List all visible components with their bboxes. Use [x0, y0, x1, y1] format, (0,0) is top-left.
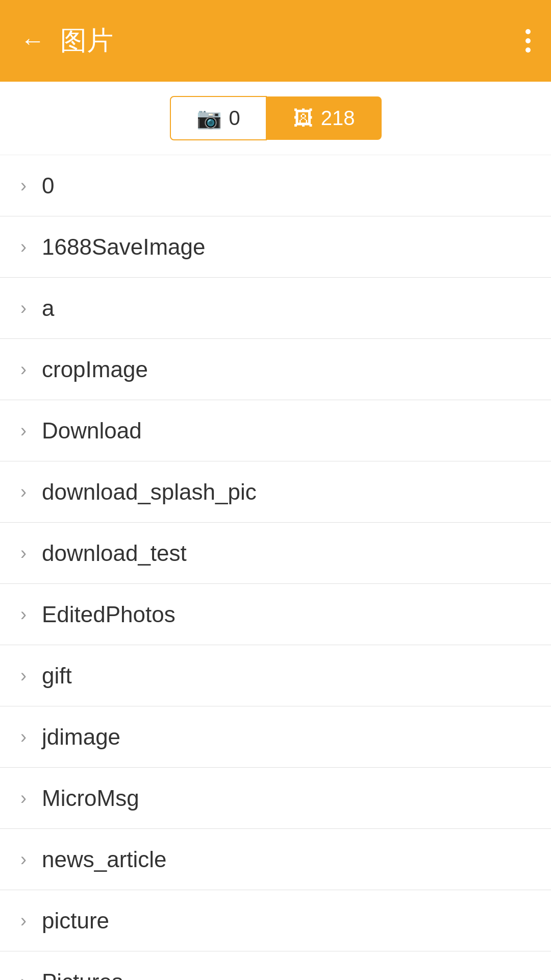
list-item[interactable]: ›Pictures: [0, 951, 551, 980]
chevron-right-icon: ›: [20, 910, 27, 932]
chevron-right-icon: ›: [20, 298, 27, 319]
list-item[interactable]: ›EditedPhotos: [0, 584, 551, 645]
back-button[interactable]: ←: [20, 29, 45, 53]
folder-list: ›0›1688SaveImage›a›cropImage›Download›do…: [0, 155, 551, 980]
folder-name: Download: [42, 418, 142, 444]
list-item[interactable]: ›download_splash_pic: [0, 461, 551, 523]
folder-name: download_splash_pic: [42, 479, 257, 505]
list-item[interactable]: ›Download: [0, 400, 551, 461]
folder-name: download_test: [42, 541, 187, 566]
chevron-right-icon: ›: [20, 543, 27, 564]
list-item[interactable]: ›gift: [0, 645, 551, 706]
chevron-right-icon: ›: [20, 971, 27, 981]
chevron-right-icon: ›: [20, 849, 27, 870]
folder-name: news_article: [42, 847, 167, 872]
folder-name: Pictures: [42, 969, 123, 981]
list-item[interactable]: ›download_test: [0, 523, 551, 584]
list-item[interactable]: ›0: [0, 155, 551, 216]
gallery-icon: 🖼: [293, 107, 314, 130]
chevron-right-icon: ›: [20, 604, 27, 625]
app-header: ← 图片: [0, 0, 551, 82]
list-item[interactable]: ›news_article: [0, 829, 551, 890]
list-item[interactable]: ›picture: [0, 890, 551, 951]
camera-count: 0: [229, 107, 240, 130]
chevron-right-icon: ›: [20, 175, 27, 197]
folder-name: picture: [42, 908, 109, 934]
tab-camera[interactable]: 📷 0: [170, 96, 267, 140]
chevron-right-icon: ›: [20, 481, 27, 503]
list-item[interactable]: ›MicroMsg: [0, 768, 551, 829]
tab-gallery[interactable]: 🖼 218: [267, 96, 382, 140]
page-title: 图片: [60, 23, 525, 59]
chevron-right-icon: ›: [20, 236, 27, 258]
list-item[interactable]: ›1688SaveImage: [0, 216, 551, 278]
folder-name: 1688SaveImage: [42, 234, 205, 260]
chevron-right-icon: ›: [20, 788, 27, 809]
chevron-right-icon: ›: [20, 359, 27, 380]
chevron-right-icon: ›: [20, 420, 27, 442]
chevron-right-icon: ›: [20, 726, 27, 748]
list-item[interactable]: ›jdimage: [0, 706, 551, 768]
list-item[interactable]: ›a: [0, 278, 551, 339]
folder-name: cropImage: [42, 357, 148, 382]
chevron-right-icon: ›: [20, 665, 27, 687]
folder-name: MicroMsg: [42, 786, 139, 811]
list-item[interactable]: ›cropImage: [0, 339, 551, 400]
folder-name: 0: [42, 173, 54, 199]
folder-name: a: [42, 296, 54, 321]
overflow-menu-button[interactable]: [525, 29, 531, 53]
camera-icon: 📷: [196, 106, 222, 130]
folder-name: EditedPhotos: [42, 602, 176, 627]
folder-name: jdimage: [42, 724, 120, 750]
tabs-bar: 📷 0 🖼 218: [0, 82, 551, 155]
folder-name: gift: [42, 663, 72, 689]
gallery-count: 218: [321, 107, 355, 130]
